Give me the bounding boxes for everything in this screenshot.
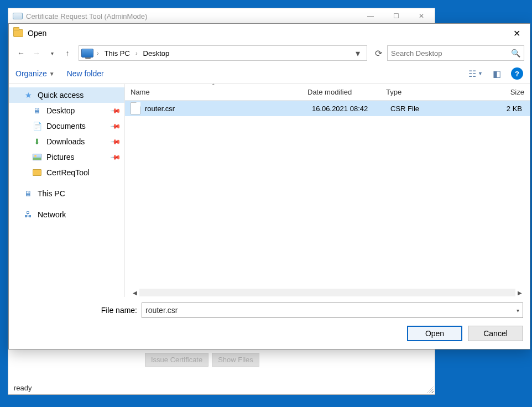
search-box[interactable]: 🔍 xyxy=(387,45,524,61)
sidebar-item-downloads[interactable]: ⬇ Downloads 📌 xyxy=(9,134,124,149)
sort-indicator-icon: ⌃ xyxy=(125,83,302,88)
thispc-icon: 🖥 xyxy=(23,189,33,199)
horizontal-scrollbar[interactable]: ◀ ▶ xyxy=(131,288,524,297)
parent-title: Certificate Request Tool (AdminMode) xyxy=(26,12,147,20)
star-icon: ★ xyxy=(23,90,33,100)
chevron-right-icon[interactable]: › xyxy=(96,50,100,56)
refresh-button[interactable]: ⟳ xyxy=(372,46,385,60)
file-cell-name: router.csr xyxy=(145,105,306,113)
scroll-track[interactable] xyxy=(139,289,515,296)
recent-dropdown[interactable]: ▾ xyxy=(45,46,59,60)
preview-pane-button[interactable]: ◧ xyxy=(490,67,503,80)
sidebar-item-desktop[interactable]: 🖥 Desktop 📌 xyxy=(9,103,124,118)
sidebar-item-documents[interactable]: 📄 Documents 📌 xyxy=(9,118,124,134)
scroll-left-icon[interactable]: ◀ xyxy=(131,288,139,297)
column-name[interactable]: Name ⌃ xyxy=(125,84,302,100)
file-icon xyxy=(131,102,140,114)
column-type[interactable]: Type xyxy=(380,84,463,100)
status-text: ready xyxy=(14,384,32,392)
open-button[interactable]: Open xyxy=(407,326,462,341)
scroll-right-icon[interactable]: ▶ xyxy=(515,288,524,297)
column-headers: Name ⌃ Date modified Type Size xyxy=(125,84,530,101)
app-icon xyxy=(13,13,23,19)
file-list: Name ⌃ Date modified Type Size router.cs… xyxy=(125,84,530,297)
cancel-button[interactable]: Cancel xyxy=(468,326,523,341)
breadcrumb-desktop[interactable]: Desktop xyxy=(141,48,172,59)
filename-row: File name: ▾ xyxy=(15,302,523,318)
open-dialog: Open ✕ ← → ▾ ↑ › This PC › Desktop ▾ ⟳ 🔍… xyxy=(8,23,530,349)
thispc-icon xyxy=(81,49,93,58)
file-cell-size: 2 KB xyxy=(468,105,530,113)
filename-combo[interactable]: ▾ xyxy=(142,302,523,318)
documents-icon: 📄 xyxy=(32,121,42,131)
breadcrumb-thispc[interactable]: This PC xyxy=(102,48,132,59)
toolbar: Organize▼ New folder ☷ ▼ ◧ ? xyxy=(9,64,530,84)
search-input[interactable] xyxy=(391,49,511,58)
chevron-down-icon: ▼ xyxy=(49,71,55,77)
dialog-close-button[interactable]: ✕ xyxy=(503,24,530,43)
chevron-right-icon[interactable]: › xyxy=(134,50,139,56)
pictures-icon xyxy=(32,152,42,162)
sidebar-item-certreqtool[interactable]: CertReqTool xyxy=(9,165,124,180)
dialog-main: ★ Quick access 🖥 Desktop 📌 📄 Documents 📌… xyxy=(9,84,530,297)
close-button[interactable]: ✕ xyxy=(409,9,434,23)
up-button[interactable]: ↑ xyxy=(61,46,74,60)
view-mode-button[interactable]: ☷ ▼ xyxy=(469,67,482,80)
search-icon[interactable]: 🔍 xyxy=(511,49,520,58)
show-files-button: Show Files xyxy=(212,353,259,367)
downloads-icon: ⬇ xyxy=(32,137,42,147)
sidebar-item-network[interactable]: 🖧 Network xyxy=(9,207,124,222)
parent-window-controls: — ☐ ✕ xyxy=(358,9,434,23)
maximize-button[interactable]: ☐ xyxy=(383,9,409,23)
file-cell-date: 16.06.2021 08:42 xyxy=(306,105,385,113)
file-row[interactable]: router.csr 16.06.2021 08:42 CSR File 2 K… xyxy=(125,101,530,116)
sidebar-item-quick-access[interactable]: ★ Quick access xyxy=(9,87,124,103)
sidebar: ★ Quick access 🖥 Desktop 📌 📄 Documents 📌… xyxy=(9,84,125,297)
column-date[interactable]: Date modified xyxy=(302,84,380,100)
folder-icon xyxy=(32,168,42,178)
issue-certificate-button: Issue Certificate xyxy=(145,353,208,367)
dialog-buttons: Open Cancel xyxy=(15,326,523,341)
status-bar: ready xyxy=(8,381,435,394)
pin-icon: 📌 xyxy=(110,136,122,148)
dialog-bottom: File name: ▾ Open Cancel xyxy=(9,297,530,349)
organize-button[interactable]: Organize▼ xyxy=(15,69,55,78)
filename-input[interactable] xyxy=(145,306,513,315)
parent-body-buttons: Issue Certificate Show Files xyxy=(145,353,259,367)
dialog-title: Open xyxy=(28,29,46,38)
help-button[interactable]: ? xyxy=(511,67,523,80)
filename-label: File name: xyxy=(15,306,137,315)
back-button[interactable]: ← xyxy=(14,46,28,60)
view-controls: ☷ ▼ ◧ ? xyxy=(469,67,523,80)
address-dropdown[interactable]: ▾ xyxy=(351,46,364,60)
desktop-icon: 🖥 xyxy=(32,106,42,116)
chevron-down-icon: ▼ xyxy=(478,71,483,76)
minimize-button[interactable]: — xyxy=(358,9,383,23)
sidebar-item-pictures[interactable]: Pictures 📌 xyxy=(9,149,124,165)
new-folder-button[interactable]: New folder xyxy=(67,69,104,78)
pin-icon: 📌 xyxy=(110,121,122,132)
nav-bar: ← → ▾ ↑ › This PC › Desktop ▾ ⟳ 🔍 xyxy=(9,43,530,64)
folder-icon xyxy=(13,29,23,37)
sidebar-item-thispc[interactable]: 🖥 This PC xyxy=(9,186,124,201)
network-icon: 🖧 xyxy=(23,210,33,220)
column-size[interactable]: Size xyxy=(463,84,530,100)
chevron-down-icon[interactable]: ▾ xyxy=(513,307,519,314)
forward-button[interactable]: → xyxy=(30,46,43,60)
dialog-titlebar[interactable]: Open ✕ xyxy=(9,24,530,43)
pin-icon: 📌 xyxy=(110,152,122,163)
file-cell-type: CSR File xyxy=(385,105,468,113)
pin-icon: 📌 xyxy=(110,105,122,117)
address-bar[interactable]: › This PC › Desktop ▾ xyxy=(79,45,367,61)
